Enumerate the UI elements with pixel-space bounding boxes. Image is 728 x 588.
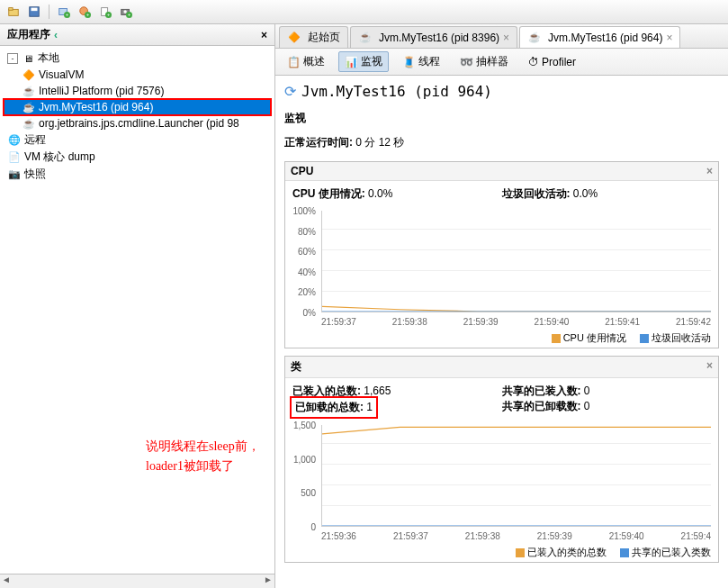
save-icon[interactable] [25, 3, 43, 21]
java-icon: ☕ [22, 100, 36, 114]
monitor-section-label: 监视 [284, 107, 719, 130]
cpu-chart-area: 0%20%40%60%80%100% 21:59:3721:59:3821:59… [285, 207, 718, 329]
tree-item-intellij[interactable]: ☕ IntelliJ Platform (pid 7576) [4, 83, 271, 99]
subtab-label: 监视 [361, 54, 382, 69]
subtab-monitor[interactable]: 📊监视 [338, 51, 389, 72]
tree-label: VM 核心 dump [24, 149, 95, 165]
shared-loaded-label: 共享的已装入数: [502, 384, 581, 397]
class-legend: 已装入的类的总数 共享的已装入类数 [285, 543, 718, 562]
subtab-overview[interactable]: 📋概述 [281, 51, 331, 72]
add-snapshot-icon[interactable]: + [117, 3, 135, 21]
subtab-profiler[interactable]: ⏱Profiler [522, 53, 582, 71]
close-icon[interactable]: × [706, 359, 713, 375]
loaded-label: 已装入的总数: [292, 384, 361, 397]
add-host-icon[interactable]: + [55, 3, 73, 21]
loaded-value: 1,665 [364, 384, 391, 397]
java-icon: ☕ [527, 31, 542, 45]
subtab-label: 概述 [303, 54, 325, 69]
panel-title: 应用程序 [7, 27, 50, 42]
gc-activity-value: 0.0% [573, 187, 598, 200]
legend-swatch [620, 548, 629, 557]
shared-loaded-value: 0 [584, 384, 590, 397]
java-icon: ☕ [22, 84, 36, 98]
panel-close-icon[interactable]: × [261, 29, 267, 41]
tree-item-launcher[interactable]: ☕ org.jetbrains.jps.cmdline.Launcher (pi… [4, 115, 271, 131]
legend-swatch [552, 334, 561, 343]
page-title-row: ⟳ Jvm.MyTest16 (pid 964) [284, 83, 719, 100]
legend-label: CPU 使用情况 [563, 331, 626, 345]
shared-unloaded-label: 共享的已卸载数: [502, 400, 581, 412]
legend-swatch [640, 334, 649, 343]
tree-label: 本地 [38, 50, 59, 66]
tree-label: IntelliJ Platform (pid 7576) [39, 85, 164, 97]
tab-label: Jvm.MyTest16 (pid 964) [548, 32, 662, 44]
tree-snapshot[interactable]: 📷 快照 [4, 166, 271, 183]
main-panel: 🔶 起始页 ☕ Jvm.MyTest16 (pid 8396) × ☕ Jvm.… [275, 24, 728, 588]
class-stats: 已装入的总数: 1,665 已卸载的总数: 1 共享的已装入数: 0 共享的已卸… [285, 378, 718, 421]
class-chart-area: 05001,0001,500 21:59:3621:59:3721:59:382… [285, 421, 718, 543]
svg-rect-3 [31, 8, 38, 12]
open-icon[interactable] [4, 3, 22, 21]
content-area: ⟳ Jvm.MyTest16 (pid 964) 监视 正常运行时间: 0 分 … [275, 76, 728, 588]
app-tree: - 🖥 本地 🔶 VisualVM ☕ IntelliJ Platform (p… [0, 46, 274, 574]
add-jmx-icon[interactable]: + [76, 3, 94, 21]
cpu-usage-label: CPU 使用情况: [292, 187, 365, 200]
remote-icon: 🌐 [7, 133, 22, 148]
close-icon[interactable]: × [503, 32, 509, 44]
subtab-threads[interactable]: 🧵线程 [396, 51, 446, 72]
legend-label: 垃圾回收活动 [652, 331, 711, 345]
h-scrollbar[interactable] [0, 574, 274, 588]
tree-item-mytest16[interactable]: ☕ Jvm.MyTest16 (pid 964) [4, 99, 271, 115]
detail-tabs: 📋概述 📊监视 🧵线程 ➿抽样器 ⏱Profiler [275, 49, 728, 76]
cpu-chart-head: CPU × [285, 162, 718, 181]
unloaded-label: 已卸载的总数: [295, 401, 364, 413]
uptime-label: 正常运行时间: [284, 136, 353, 149]
tab-start[interactable]: 🔶 起始页 [279, 26, 348, 48]
tree-remote[interactable]: 🌐 远程 [4, 131, 271, 149]
legend-swatch [516, 548, 525, 557]
add-dump-icon[interactable]: + [96, 3, 114, 21]
uptime-value: 0 分 12 秒 [355, 136, 404, 149]
cpu-stats: CPU 使用情况: 0.0% 垃圾回收活动: 0.0% [285, 181, 718, 207]
tab-label: Jvm.MyTest16 (pid 8396) [379, 32, 499, 44]
unloaded-value: 1 [366, 401, 373, 413]
tree-label: 远程 [24, 132, 46, 148]
tree-label: Jvm.MyTest16 (pid 964) [39, 101, 153, 113]
tree-local[interactable]: - 🖥 本地 [4, 50, 271, 67]
host-icon: 🖥 [21, 51, 35, 66]
tree-vmcore[interactable]: 📄 VM 核心 dump [4, 149, 271, 166]
close-icon[interactable]: × [666, 32, 672, 44]
panel-header: 应用程序 ‹ × [0, 24, 274, 46]
svg-rect-1 [9, 8, 13, 11]
tab-mytest16-8396[interactable]: ☕ Jvm.MyTest16 (pid 8396) × [350, 26, 517, 48]
subtab-label: 抽样器 [476, 54, 508, 69]
dump-icon: 📄 [7, 150, 22, 165]
page-title: Jvm.MyTest16 (pid 964) [301, 83, 492, 100]
subtab-label: Profiler [542, 56, 576, 68]
subtab-sampler[interactable]: ➿抽样器 [454, 51, 515, 72]
profiler-icon: ⏱ [528, 56, 539, 68]
monitor-icon: 📊 [345, 56, 358, 68]
tab-mytest16-964[interactable]: ☕ Jvm.MyTest16 (pid 964) × [519, 26, 680, 48]
expander-icon[interactable]: - [7, 53, 18, 64]
collapse-icon[interactable]: ‹ [54, 29, 58, 41]
tree-label: org.jetbrains.jps.cmdline.Launcher (pid … [39, 117, 239, 130]
legend-label: 已装入的类的总数 [527, 546, 607, 559]
threads-icon: 🧵 [402, 56, 416, 68]
tree-item-visualvm[interactable]: 🔶 VisualVM [4, 67, 271, 83]
class-chart-box: 类 × 已装入的总数: 1,665 已卸载的总数: 1 共享的已装入数: 0 共… [284, 356, 719, 563]
sampler-icon: ➿ [460, 56, 473, 68]
top-toolbar: + + + + [0, 0, 728, 24]
applications-panel: 应用程序 ‹ × - 🖥 本地 🔶 VisualVM ☕ IntelliJ Pl… [0, 24, 275, 588]
tree-label: VisualVM [39, 68, 84, 81]
svg-text:+: + [128, 12, 130, 17]
refresh-icon[interactable]: ⟳ [284, 83, 296, 100]
cpu-chart-box: CPU × CPU 使用情况: 0.0% 垃圾回收活动: 0.0% 0%20%4… [284, 161, 719, 348]
subtab-label: 线程 [418, 54, 440, 69]
svg-point-14 [123, 10, 127, 14]
close-icon[interactable]: × [706, 165, 713, 177]
snapshot-icon: 📷 [7, 167, 22, 182]
tab-label: 起始页 [308, 30, 340, 45]
cpu-usage-value: 0.0% [368, 187, 392, 200]
cpu-legend: CPU 使用情况 垃圾回收活动 [285, 329, 718, 348]
